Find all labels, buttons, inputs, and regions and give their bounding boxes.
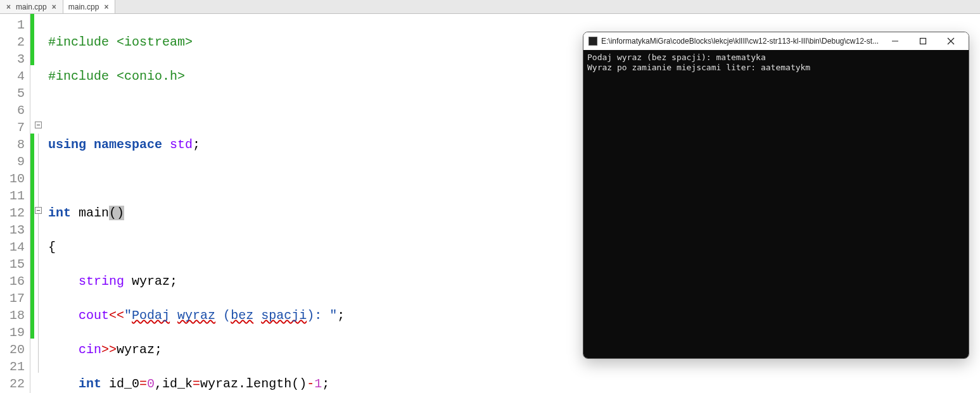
minimize-button[interactable]: [881, 32, 909, 50]
console-title-text: E:\informatykaMiGra\codeBlocks\lekcje\kl…: [601, 37, 881, 46]
punct: ;: [170, 274, 177, 289]
tab-close-icon[interactable]: ×: [51, 3, 58, 11]
identifier: cin: [79, 342, 101, 357]
punct: ;: [155, 342, 162, 357]
maximize-button[interactable]: [909, 32, 937, 50]
punct: ;: [193, 137, 200, 152]
keyword: int: [79, 377, 101, 391]
number: 0: [147, 377, 155, 391]
close-button[interactable]: [937, 32, 965, 50]
line-number-gutter: 1234567 891011121314 1516171819202122: [0, 14, 30, 393]
tab-label: main.cpp: [68, 3, 99, 11]
operator: >>: [101, 342, 117, 357]
identifier: wyraz.length(): [200, 377, 307, 391]
string: spacji: [261, 308, 307, 323]
type: string: [79, 274, 124, 289]
number: 1: [314, 377, 322, 391]
operator: =: [193, 377, 200, 391]
tab-close-icon[interactable]: ×: [103, 3, 110, 11]
operator: -: [307, 377, 314, 391]
console-output[interactable]: Podaj wyraz (bez spacji): matematyka Wyr…: [583, 50, 969, 358]
fold-toggle-icon[interactable]: [35, 122, 42, 128]
keyword: int: [48, 206, 71, 220]
keyword: namespace: [94, 137, 162, 152]
string: (: [215, 308, 231, 323]
console-line: Wyraz po zamianie miejscami liter: aatem…: [587, 63, 810, 72]
console-app-icon: [589, 37, 597, 46]
punct: ;: [337, 308, 345, 323]
identifier: cout: [79, 308, 109, 323]
string: ": [124, 308, 132, 323]
string: [253, 308, 261, 323]
tab-label: main.cpp: [16, 3, 47, 11]
tab-bar: × main.cpp × main.cpp ×: [0, 0, 980, 14]
tab-main-cpp-2[interactable]: main.cpp ×: [63, 0, 116, 13]
identifier: ,id_k: [155, 377, 193, 391]
preprocessor-line: #include <conio.h>: [48, 69, 185, 84]
punct: (: [109, 206, 117, 220]
identifier: main: [79, 206, 109, 220]
svg-rect-1: [920, 39, 926, 44]
string: [170, 308, 177, 323]
fold-column: [34, 14, 46, 393]
tab-close-icon[interactable]: ×: [5, 3, 12, 11]
string: wyraz: [177, 308, 215, 323]
tab-main-cpp-1[interactable]: × main.cpp ×: [0, 0, 63, 13]
identifier: wyraz: [117, 342, 155, 357]
identifier: std: [170, 137, 193, 152]
punct: ;: [322, 377, 329, 391]
console-line: Podaj wyraz (bez spacji): matematyka: [587, 53, 766, 62]
console-titlebar[interactable]: E:\informatykaMiGra\codeBlocks\lekcje\kl…: [583, 32, 969, 50]
operator: =: [139, 377, 147, 391]
keyword: using: [48, 137, 86, 152]
string: Podaj: [132, 308, 170, 323]
preprocessor-line: #include <iostream>: [48, 35, 193, 49]
operator: <<: [109, 308, 124, 323]
punct: ): [117, 206, 124, 220]
console-window[interactable]: E:\informatykaMiGra\codeBlocks\lekcje\kl…: [583, 32, 969, 359]
identifier: id_0: [101, 377, 139, 391]
identifier: wyraz: [132, 274, 170, 289]
punct: {: [48, 240, 56, 254]
string: ): ": [307, 308, 337, 323]
fold-toggle-icon[interactable]: [35, 207, 42, 214]
string: bez: [231, 308, 253, 323]
